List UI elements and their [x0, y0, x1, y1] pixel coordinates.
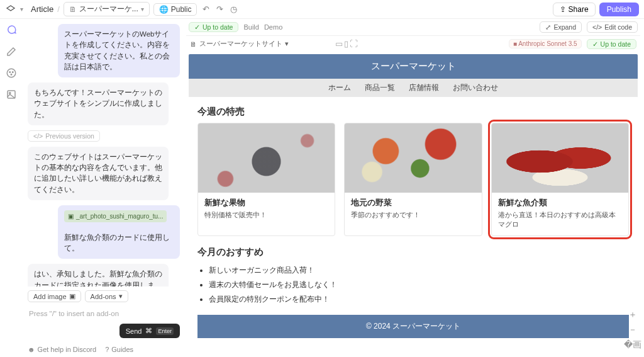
previous-version-chip[interactable]: </>Previous version	[28, 130, 100, 142]
nav-contact[interactable]: お問い合わせ	[453, 82, 498, 93]
product-card[interactable]: 地元の野菜季節のおすすめです！	[344, 123, 482, 236]
product-card[interactable]: 新鮮な果物特別価格で販売中！	[197, 123, 335, 236]
preview-frame: スーパーマーケット ホーム 商品一覧 店舗情報 お問い合わせ 今週の特売 新鮮な…	[186, 52, 640, 357]
tab-demo[interactable]: Demo	[264, 23, 282, 31]
image-icon: ▣	[68, 213, 74, 220]
product-card-highlighted[interactable]: 新鮮な魚介類港から直送！本日のおすすめは高級本マグロ	[491, 123, 629, 236]
card-row: 新鮮な果物特別価格で販売中！ 地元の野菜季節のおすすめです！ 新鮮な魚介類港から…	[197, 123, 629, 236]
zoom-reset-icon[interactable]: �画	[624, 339, 641, 351]
add-ons-button[interactable]: Add-ons▾	[85, 290, 128, 302]
msg-assistant: このウェブサイトはスーパーマーケットの基本的な内容を含んでいます。他に追加したい…	[28, 147, 169, 200]
svg-point-0	[7, 69, 16, 77]
file-chip[interactable]: 🗎スーパーマーケットサイト ▾	[190, 39, 289, 48]
card-desc: 季節のおすすめです！	[351, 210, 475, 220]
image-icon: ▣	[69, 292, 75, 300]
rail-chat-icon[interactable]	[5, 24, 18, 37]
status-pill: ✓Up to date	[587, 39, 636, 49]
history-icon[interactable]: ◷	[228, 4, 238, 14]
chat-footer: ☻Get help in Discord ?Guides	[23, 342, 185, 357]
chat-scroll[interactable]: スーパーマーケットのWebサイトを作成してください。内容を充実させてください。私…	[23, 19, 185, 286]
doc-title: スーパーマーケ...	[79, 4, 138, 14]
discord-link[interactable]: ☻Get help in Discord	[28, 346, 96, 353]
nav-stores[interactable]: 店舗情報	[409, 82, 439, 93]
svg-point-2	[13, 72, 14, 73]
svg-point-3	[11, 74, 12, 76]
msg-user: スーパーマーケットのWebサイトを作成してください。内容を充実させてください。私…	[58, 24, 180, 77]
msg-user: 新鮮な魚介類のカードに使用して。	[58, 227, 180, 259]
share-button[interactable]: ⇪ Share	[553, 3, 596, 16]
publish-button[interactable]: Publish	[599, 3, 639, 16]
command-icon: ⌘	[145, 327, 152, 335]
card-title: 新鮮な果物	[204, 198, 328, 208]
site-footer: © 2024 スーパーマーケット	[197, 315, 629, 338]
site-root[interactable]: スーパーマーケット ホーム 商品一覧 店舗情報 お問い合わせ 今週の特売 新鮮な…	[189, 54, 638, 352]
recommend-list: 新しいオーガニック商品入荷！ 週末の大特価セールをお見逃しなく！ 会員限定の特別…	[197, 263, 629, 306]
composer: Add image▣ Add-ons▾ Press "/" to insert …	[23, 286, 185, 342]
chevron-down-icon: ▾	[285, 40, 289, 48]
nav-home[interactable]: ホーム	[328, 82, 351, 93]
document-icon: 🗎	[190, 40, 197, 48]
preview-header: 🗎スーパーマーケットサイト ▾ ▭ ▯ ⛶ ■ Anthropic Sonnet…	[186, 35, 640, 52]
expand-button[interactable]: ⤢Expand	[540, 21, 582, 33]
preview-column: ✓Up to date Build Demo ⤢Expand </>Edit c…	[186, 19, 640, 357]
help-icon: ?	[105, 346, 109, 353]
status-pill: ✓Up to date	[189, 22, 238, 32]
rail-image-icon[interactable]	[5, 88, 18, 101]
guides-link[interactable]: ?Guides	[105, 346, 133, 353]
card-title: 地元の野菜	[351, 198, 475, 208]
list-item: 新しいオーガニック商品入荷！	[209, 263, 629, 278]
mobile-icon[interactable]: ▯	[344, 39, 348, 48]
fullscreen-icon[interactable]: ⛶	[350, 39, 358, 48]
site-title: スーパーマーケット	[189, 54, 638, 79]
model-chip[interactable]: ■ Anthropic Sonnet 3.5	[509, 39, 582, 48]
zoom-in-icon[interactable]: ＋	[624, 309, 641, 320]
svg-point-1	[9, 72, 11, 73]
rail-palette-icon[interactable]	[5, 67, 18, 79]
add-image-button[interactable]: Add image▣	[28, 290, 81, 302]
card-title: 新鮮な魚介類	[498, 198, 622, 208]
undo-icon[interactable]: ↶	[201, 4, 211, 14]
code-icon: </>	[33, 132, 43, 140]
chat-column: スーパーマーケットのWebサイトを作成してください。内容を充実させてください。私…	[23, 19, 185, 357]
msg-assistant: はい、承知しました。新鮮な魚介類のカードに指定された画像を使用します。	[28, 264, 169, 286]
card-desc: 港から直送！本日のおすすめは高級本マグロ	[498, 210, 622, 229]
top-bar: ▾ Article / 🗎 スーパーマーケ... ▾ 🌐 Public ↶ ↷ …	[0, 0, 644, 19]
breadcrumb-article[interactable]: Article	[31, 4, 53, 14]
nav-products[interactable]: 商品一覧	[365, 82, 395, 93]
rail-edit-icon[interactable]	[5, 45, 18, 58]
tab-build[interactable]: Build	[243, 23, 258, 31]
chevron-down-icon[interactable]: ▾	[20, 6, 23, 13]
list-item: 週末の大特価セールをお見逃しなく！	[209, 278, 629, 292]
redo-icon[interactable]: ↷	[214, 4, 225, 14]
device-toggle[interactable]: ▭ ▯ ⛶	[335, 39, 358, 48]
send-button[interactable]: Send ⌘ Enter	[119, 324, 180, 338]
expand-icon: ⤢	[545, 23, 551, 31]
card-image-seafood	[492, 123, 628, 193]
share-icon: ⇪	[560, 5, 566, 14]
list-item: 会員限定の特別クーポンを配布中！	[209, 292, 629, 307]
document-icon: 🗎	[69, 5, 77, 14]
site-nav: ホーム 商品一覧 店舗情報 お問い合わせ	[189, 79, 638, 97]
section-monthly-title: 今月のおすすめ	[197, 246, 629, 258]
composer-input[interactable]: Press "/" to insert an add-on	[28, 306, 180, 324]
zoom-controls: ＋ － �画	[624, 309, 641, 351]
svg-point-5	[9, 93, 11, 94]
public-label: Public	[171, 5, 192, 14]
edit-code-button[interactable]: </>Edit code	[587, 21, 638, 33]
breadcrumb-slash: /	[57, 4, 60, 14]
card-image-fruit	[198, 123, 335, 193]
doc-chip[interactable]: 🗎 スーパーマーケ... ▾	[64, 2, 150, 16]
visibility-chip[interactable]: 🌐 Public	[153, 3, 197, 16]
card-image-vegetable	[345, 123, 481, 193]
desktop-icon[interactable]: ▭	[335, 39, 343, 48]
msg-assistant: もちろんです！スーパーマーケットのウェブサイトをシンプルに作成しました。	[28, 82, 169, 125]
section-weekly-title: 今週の特売	[197, 106, 629, 118]
app-logo-icon[interactable]	[5, 4, 16, 15]
zoom-out-icon[interactable]: －	[624, 324, 641, 336]
globe-icon: 🌐	[159, 5, 169, 14]
preview-topbar: ✓Up to date Build Demo ⤢Expand </>Edit c…	[186, 19, 640, 35]
check-icon: ✓	[592, 40, 598, 48]
attachment-chip[interactable]: ▣_art_photo_sushi_maguro_tu...	[64, 210, 167, 222]
share-label: Share	[569, 5, 589, 14]
chevron-down-icon: ▾	[119, 292, 123, 300]
